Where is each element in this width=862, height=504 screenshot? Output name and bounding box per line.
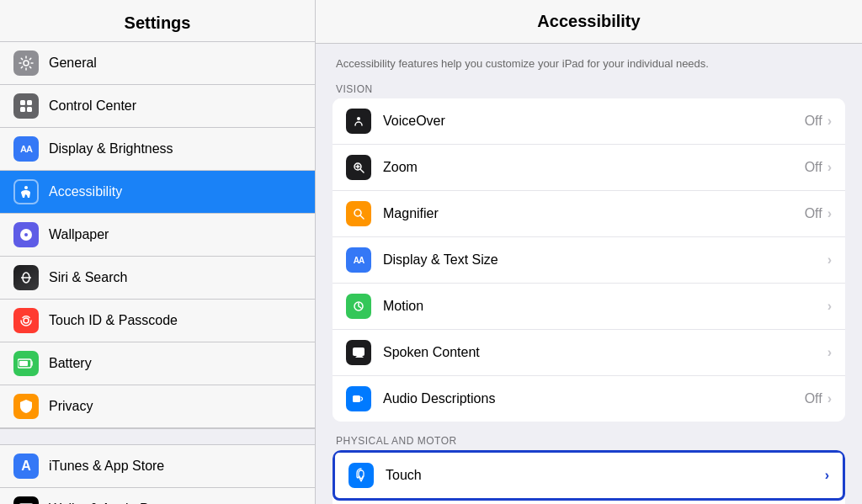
control-center-label: Control Center	[49, 98, 136, 114]
spoken-chevron: ›	[827, 345, 832, 360]
display-text-icon: AA	[346, 247, 371, 273]
touch-id-label: Touch ID & Passcode	[49, 313, 178, 328]
display-text-row[interactable]: AA Display & Text Size ›	[333, 237, 845, 284]
display-icon: AA	[13, 136, 39, 162]
voiceover-row[interactable]: VoiceOver Off ›	[333, 98, 845, 145]
touch-row-label: Touch	[386, 468, 820, 483]
svg-rect-4	[27, 107, 32, 112]
sidebar-item-touch-id[interactable]: Touch ID & Passcode	[0, 300, 315, 342]
sidebar-item-privacy[interactable]: Privacy	[0, 385, 315, 428]
motion-label: Motion	[383, 299, 822, 314]
motor-section-label: PHYSICAL AND MOTOR	[333, 435, 845, 447]
spoken-row[interactable]: Spoken Content ›	[333, 330, 845, 376]
sidebar-title: Settings	[13, 13, 301, 33]
accessibility-description: Accessibility features help you customiz…	[333, 57, 845, 70]
svg-rect-11	[19, 361, 28, 366]
voiceover-chevron: ›	[827, 114, 832, 129]
main-title: Accessibility	[333, 12, 845, 31]
siri-label: Siri & Search	[49, 270, 127, 285]
accessibility-label: Accessibility	[49, 184, 122, 199]
sidebar-header: Settings	[0, 0, 315, 42]
svg-point-5	[24, 186, 28, 189]
svg-point-9	[24, 318, 29, 323]
sidebar-item-siri[interactable]: Siri & Search	[0, 257, 315, 300]
accessibility-icon	[13, 179, 39, 204]
svg-rect-1	[20, 100, 25, 105]
svg-point-14	[357, 117, 360, 120]
general-icon	[13, 50, 39, 76]
vision-group: VoiceOver Off › Zoom Off ›	[333, 98, 845, 422]
magnifier-label: Magnifier	[383, 206, 805, 221]
svg-rect-2	[27, 100, 32, 105]
magnifier-row[interactable]: Magnifier Off ›	[333, 191, 845, 237]
spoken-label: Spoken Content	[383, 345, 822, 360]
sidebar-item-display[interactable]: AA Display & Brightness	[0, 128, 315, 171]
audio-icon	[346, 386, 371, 411]
zoom-value: Off	[805, 160, 822, 175]
svg-point-6	[24, 233, 28, 236]
display-text-chevron: ›	[827, 252, 832, 268]
privacy-icon	[13, 394, 39, 419]
control-center-icon	[13, 93, 39, 119]
itunes-label: iTunes & App Store	[49, 459, 164, 474]
zoom-chevron: ›	[827, 160, 832, 175]
zoom-row[interactable]: Zoom Off ›	[333, 145, 845, 191]
sidebar-items: General Control Center AA Display & Brig…	[0, 42, 315, 504]
svg-line-16	[360, 169, 364, 172]
spoken-icon	[346, 340, 371, 365]
sidebar-item-wallpaper[interactable]: Wallpaper	[0, 214, 315, 257]
audio-label: Audio Descriptions	[383, 391, 805, 406]
zoom-icon	[346, 155, 371, 180]
wallpaper-label: Wallpaper	[49, 227, 109, 242]
wallet-icon	[13, 496, 39, 504]
voiceover-value: Off	[805, 114, 822, 129]
main-content: Accessibility features help you customiz…	[316, 44, 862, 504]
sidebar-item-battery[interactable]: Battery	[0, 342, 315, 385]
motion-row[interactable]: Motion ›	[333, 284, 845, 330]
svg-line-20	[360, 215, 364, 219]
audio-row[interactable]: Audio Descriptions Off ›	[333, 376, 845, 422]
display-label: Display & Brightness	[49, 141, 173, 157]
sidebar: Settings General Control Center AA Displ…	[0, 0, 316, 504]
audio-chevron: ›	[827, 391, 832, 406]
magnifier-icon	[346, 201, 371, 226]
magnifier-chevron: ›	[827, 206, 832, 221]
motion-icon	[346, 294, 371, 319]
privacy-label: Privacy	[49, 399, 93, 414]
svg-rect-3	[20, 107, 25, 112]
vision-section-label: VISION	[333, 83, 845, 95]
audio-value: Off	[805, 391, 822, 406]
battery-icon	[13, 351, 39, 376]
general-label: General	[49, 56, 97, 71]
sidebar-divider	[0, 428, 315, 445]
svg-rect-23	[353, 395, 360, 402]
siri-icon	[13, 265, 39, 290]
voiceover-label: VoiceOver	[383, 114, 805, 129]
touch-id-icon	[13, 308, 39, 333]
voiceover-icon	[346, 109, 371, 134]
battery-label: Battery	[49, 356, 92, 371]
app-container: Settings General Control Center AA Displ…	[0, 0, 862, 504]
sidebar-item-itunes[interactable]: A iTunes & App Store	[0, 445, 315, 488]
sidebar-item-general[interactable]: General	[0, 42, 315, 85]
sidebar-item-accessibility[interactable]: Accessibility	[0, 171, 315, 214]
itunes-icon: A	[13, 454, 39, 479]
zoom-label: Zoom	[383, 160, 805, 175]
switch-control-row[interactable]: Switch Control Off ›	[333, 501, 845, 504]
wallpaper-icon	[13, 222, 39, 247]
sidebar-item-wallet[interactable]: Wallet & Apple Pay	[0, 488, 315, 504]
display-text-label: Display & Text Size	[383, 252, 822, 268]
touch-row-icon	[349, 463, 374, 488]
motion-chevron: ›	[827, 299, 832, 314]
magnifier-value: Off	[805, 206, 822, 221]
svg-rect-22	[353, 347, 364, 356]
svg-point-0	[24, 61, 29, 66]
touch-row[interactable]: Touch ›	[333, 450, 845, 501]
touch-row-chevron: ›	[825, 468, 829, 483]
sidebar-item-control-center[interactable]: Control Center	[0, 85, 315, 128]
main-panel: Accessibility Accessibility features hel…	[316, 0, 862, 504]
motor-group: Touch › Switch Control Off ›	[333, 450, 845, 504]
main-header: Accessibility	[316, 0, 862, 44]
